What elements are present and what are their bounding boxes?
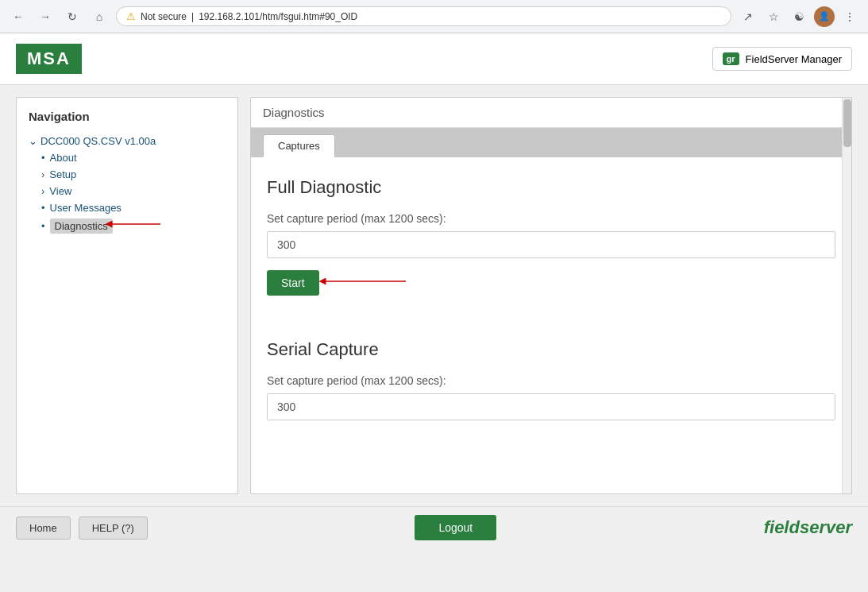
- dot-icon-um: [41, 202, 45, 214]
- serial-capture-title: Serial Capture: [267, 339, 835, 360]
- nav-panel: Navigation ⌄ DCC000 QS.CSV v1.00a About …: [16, 97, 238, 494]
- warning-icon: ⚠: [126, 10, 136, 22]
- avatar: 👤: [814, 6, 835, 27]
- full-diag-field-label: Set capture period (max 1200 secs):: [267, 212, 835, 225]
- sidebar-item-user-messages[interactable]: User Messages: [41, 199, 226, 216]
- full-diagnostic-title: Full Diagnostic: [267, 177, 835, 198]
- sidebar-item-setup[interactable]: › Setup: [41, 166, 226, 183]
- main-container: Navigation ⌄ DCC000 QS.CSV v1.00a About …: [0, 85, 868, 506]
- content-body: Full Diagnostic Set capture period (max …: [251, 157, 851, 452]
- start-btn-container: Start: [267, 270, 319, 319]
- user-messages-label: User Messages: [50, 202, 122, 214]
- sidebar-item-diagnostics-row: Diagnostics: [41, 216, 226, 236]
- browser-actions: ↗ ☆ ☯ 👤 ⋮: [738, 6, 860, 27]
- home-browser-button[interactable]: ⌂: [89, 6, 110, 27]
- forward-button[interactable]: →: [35, 6, 56, 27]
- fieldserver-manager-button[interactable]: gr FieldServer Manager: [712, 47, 852, 71]
- help-button[interactable]: HELP (?): [79, 517, 148, 540]
- scrollbar[interactable]: [842, 98, 851, 493]
- url-display: 192.168.2.101/htm/fsgui.htm#90_OID: [199, 11, 357, 22]
- serial-capture-input[interactable]: [267, 393, 835, 420]
- nav-root-label: DCC000 QS.CSV v1.00a: [41, 135, 156, 147]
- logout-button[interactable]: Logout: [415, 515, 496, 540]
- address-bar[interactable]: ⚠ Not secure | 192.168.2.101/htm/fsgui.h…: [116, 6, 731, 26]
- start-button[interactable]: Start: [267, 270, 319, 296]
- fieldserver-brand: fieldserver: [764, 517, 852, 538]
- content-header: Diagnostics: [251, 98, 851, 128]
- home-button[interactable]: Home: [16, 517, 71, 540]
- sidebar-item-about[interactable]: About: [41, 149, 226, 166]
- share-button[interactable]: ↗: [738, 6, 758, 27]
- gr-badge: gr: [723, 52, 739, 65]
- tab-captures[interactable]: Captures: [263, 134, 335, 157]
- chevron-right-icon-view: ›: [41, 185, 44, 197]
- menu-button[interactable]: ⋮: [839, 6, 860, 27]
- chevron-down-icon: ⌄: [29, 135, 37, 147]
- start-annotation-arrow: [318, 273, 422, 297]
- secure-label: Not secure: [141, 11, 187, 22]
- chevron-right-icon: ›: [41, 168, 44, 180]
- url-text: |: [191, 11, 194, 22]
- back-button[interactable]: ←: [8, 6, 29, 27]
- dot-icon: [41, 152, 45, 164]
- footer-left: Home HELP (?): [16, 517, 148, 540]
- setup-label: Setup: [49, 168, 76, 180]
- nav-root-item[interactable]: ⌄ DCC000 QS.CSV v1.00a: [29, 133, 226, 149]
- sidebar-item-view[interactable]: › View: [41, 183, 226, 199]
- about-label: About: [50, 152, 77, 164]
- nav-title: Navigation: [29, 110, 226, 123]
- footer: Home HELP (?) Logout fieldserver: [0, 506, 868, 548]
- scrollbar-thumb: [843, 99, 851, 147]
- reload-button[interactable]: ↻: [62, 6, 83, 27]
- content-panel: Diagnostics Captures Full Diagnostic Set…: [250, 97, 852, 494]
- msa-logo: MSA: [16, 44, 82, 74]
- nav-children: About › Setup › View User Messages: [29, 149, 226, 236]
- full-diag-input[interactable]: [267, 231, 835, 258]
- browser-bar: ← → ↻ ⌂ ⚠ Not secure | 192.168.2.101/htm…: [0, 0, 868, 33]
- view-label: View: [49, 185, 71, 197]
- tabs-bar: Captures: [251, 128, 851, 157]
- nav-annotation-arrow: [105, 216, 168, 232]
- serial-capture-field-label: Set capture period (max 1200 secs):: [267, 374, 835, 387]
- sidebar-item-diagnostics[interactable]: Diagnostics: [41, 216, 113, 236]
- app-header: MSA gr FieldServer Manager: [0, 33, 868, 85]
- dot-icon-diag: [41, 220, 45, 232]
- diagnostics-label: Diagnostics: [50, 219, 113, 234]
- bookmark-button[interactable]: ☆: [763, 6, 784, 27]
- extensions-button[interactable]: ☯: [789, 6, 809, 27]
- fieldserver-manager-label: FieldServer Manager: [746, 53, 842, 65]
